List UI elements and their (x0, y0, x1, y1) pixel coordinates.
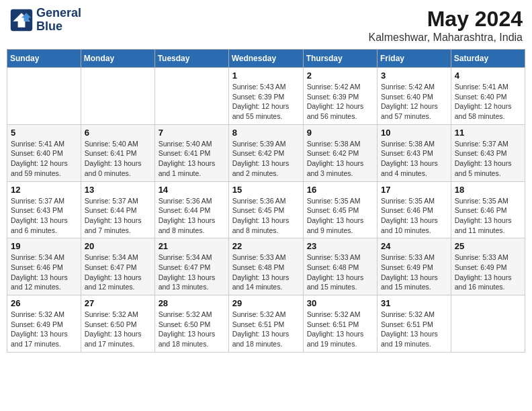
weekday-row: SundayMondayTuesdayWednesdayThursdayFrid… (7, 50, 525, 68)
day-cell: 30Sunrise: 5:32 AM Sunset: 6:51 PM Dayli… (303, 295, 377, 353)
title-block: May 2024 Kalmeshwar, Maharashtra, India (369, 7, 523, 44)
day-info: Sunrise: 5:32 AM Sunset: 6:50 PM Dayligh… (159, 310, 225, 349)
day-number: 19 (11, 241, 77, 251)
weekday-header-saturday: Saturday (451, 50, 525, 68)
day-number: 22 (232, 241, 300, 251)
logo: General Blue (9, 7, 81, 34)
day-cell: 31Sunrise: 5:32 AM Sunset: 6:51 PM Dayli… (378, 295, 451, 353)
day-number: 7 (159, 128, 225, 138)
week-row-2: 5Sunrise: 5:41 AM Sunset: 6:40 PM Daylig… (7, 124, 525, 181)
day-number: 9 (307, 128, 373, 138)
day-cell: 22Sunrise: 5:33 AM Sunset: 6:48 PM Dayli… (228, 238, 303, 295)
day-number: 11 (455, 128, 521, 138)
day-info: Sunrise: 5:33 AM Sunset: 6:49 PM Dayligh… (455, 253, 521, 292)
day-number: 15 (232, 185, 300, 195)
day-info: Sunrise: 5:41 AM Sunset: 6:40 PM Dayligh… (455, 82, 521, 122)
day-number: 3 (381, 71, 447, 81)
day-number: 1 (232, 71, 300, 81)
weekday-header-tuesday: Tuesday (154, 50, 228, 68)
day-cell: 8Sunrise: 5:39 AM Sunset: 6:42 PM Daylig… (228, 124, 303, 181)
day-number: 30 (307, 298, 373, 308)
day-number: 28 (159, 298, 225, 308)
day-info: Sunrise: 5:32 AM Sunset: 6:51 PM Dayligh… (232, 310, 300, 349)
day-cell: 13Sunrise: 5:37 AM Sunset: 6:44 PM Dayli… (81, 181, 154, 238)
day-info: Sunrise: 5:35 AM Sunset: 6:46 PM Dayligh… (455, 196, 521, 236)
day-cell: 24Sunrise: 5:33 AM Sunset: 6:49 PM Dayli… (378, 238, 451, 295)
day-number: 8 (232, 128, 300, 138)
week-row-3: 12Sunrise: 5:37 AM Sunset: 6:43 PM Dayli… (7, 181, 525, 238)
day-info: Sunrise: 5:33 AM Sunset: 6:48 PM Dayligh… (232, 253, 300, 292)
weekday-header-friday: Friday (378, 50, 451, 68)
day-number: 26 (11, 298, 77, 308)
day-cell (154, 68, 228, 125)
day-number: 24 (381, 241, 447, 251)
day-cell: 17Sunrise: 5:35 AM Sunset: 6:46 PM Dayli… (378, 181, 451, 238)
week-row-5: 26Sunrise: 5:32 AM Sunset: 6:49 PM Dayli… (7, 295, 525, 353)
calendar-body: 1Sunrise: 5:43 AM Sunset: 6:39 PM Daylig… (7, 68, 525, 353)
day-cell: 1Sunrise: 5:43 AM Sunset: 6:39 PM Daylig… (228, 68, 303, 125)
day-cell: 21Sunrise: 5:34 AM Sunset: 6:47 PM Dayli… (154, 238, 228, 295)
weekday-header-monday: Monday (81, 50, 154, 68)
day-info: Sunrise: 5:32 AM Sunset: 6:49 PM Dayligh… (11, 310, 77, 349)
day-number: 21 (159, 241, 225, 251)
page-header: General Blue May 2024 Kalmeshwar, Mahara… (7, 7, 525, 44)
day-info: Sunrise: 5:40 AM Sunset: 6:41 PM Dayligh… (85, 139, 151, 179)
day-number: 31 (381, 298, 447, 308)
day-number: 25 (455, 241, 521, 251)
day-number: 6 (85, 128, 151, 138)
day-cell: 4Sunrise: 5:41 AM Sunset: 6:40 PM Daylig… (451, 68, 525, 125)
calendar-header: SundayMondayTuesdayWednesdayThursdayFrid… (7, 50, 525, 68)
day-cell: 26Sunrise: 5:32 AM Sunset: 6:49 PM Dayli… (7, 295, 81, 353)
day-info: Sunrise: 5:40 AM Sunset: 6:41 PM Dayligh… (159, 139, 225, 179)
day-number: 29 (232, 298, 300, 308)
day-info: Sunrise: 5:35 AM Sunset: 6:45 PM Dayligh… (307, 196, 373, 236)
day-cell: 10Sunrise: 5:38 AM Sunset: 6:43 PM Dayli… (378, 124, 451, 181)
calendar-title: May 2024 (369, 7, 523, 32)
day-cell: 25Sunrise: 5:33 AM Sunset: 6:49 PM Dayli… (451, 238, 525, 295)
day-cell: 23Sunrise: 5:33 AM Sunset: 6:48 PM Dayli… (303, 238, 377, 295)
day-cell: 3Sunrise: 5:42 AM Sunset: 6:40 PM Daylig… (378, 68, 451, 125)
day-cell: 14Sunrise: 5:36 AM Sunset: 6:44 PM Dayli… (154, 181, 228, 238)
day-cell: 16Sunrise: 5:35 AM Sunset: 6:45 PM Dayli… (303, 181, 377, 238)
day-info: Sunrise: 5:36 AM Sunset: 6:44 PM Dayligh… (159, 196, 225, 236)
day-info: Sunrise: 5:34 AM Sunset: 6:46 PM Dayligh… (11, 253, 77, 292)
day-cell (451, 295, 525, 353)
day-cell (81, 68, 154, 125)
calendar-table: SundayMondayTuesdayWednesdayThursdayFrid… (7, 49, 525, 353)
logo-text: General Blue (36, 7, 81, 34)
day-cell: 20Sunrise: 5:34 AM Sunset: 6:47 PM Dayli… (81, 238, 154, 295)
day-cell: 12Sunrise: 5:37 AM Sunset: 6:43 PM Dayli… (7, 181, 81, 238)
day-cell: 6Sunrise: 5:40 AM Sunset: 6:41 PM Daylig… (81, 124, 154, 181)
day-info: Sunrise: 5:36 AM Sunset: 6:45 PM Dayligh… (232, 196, 300, 236)
day-info: Sunrise: 5:37 AM Sunset: 6:43 PM Dayligh… (455, 139, 521, 179)
day-info: Sunrise: 5:34 AM Sunset: 6:47 PM Dayligh… (85, 253, 151, 292)
day-number: 27 (85, 298, 151, 308)
day-info: Sunrise: 5:43 AM Sunset: 6:39 PM Dayligh… (232, 82, 300, 122)
day-info: Sunrise: 5:32 AM Sunset: 6:51 PM Dayligh… (381, 310, 447, 349)
logo-icon (9, 8, 34, 32)
day-number: 5 (11, 128, 77, 138)
day-info: Sunrise: 5:42 AM Sunset: 6:39 PM Dayligh… (307, 82, 373, 122)
day-info: Sunrise: 5:37 AM Sunset: 6:44 PM Dayligh… (85, 196, 151, 236)
week-row-4: 19Sunrise: 5:34 AM Sunset: 6:46 PM Dayli… (7, 238, 525, 295)
day-info: Sunrise: 5:33 AM Sunset: 6:49 PM Dayligh… (381, 253, 447, 292)
day-cell: 19Sunrise: 5:34 AM Sunset: 6:46 PM Dayli… (7, 238, 81, 295)
day-info: Sunrise: 5:35 AM Sunset: 6:46 PM Dayligh… (381, 196, 447, 236)
week-row-1: 1Sunrise: 5:43 AM Sunset: 6:39 PM Daylig… (7, 68, 525, 125)
day-number: 10 (381, 128, 447, 138)
calendar-subtitle: Kalmeshwar, Maharashtra, India (369, 32, 523, 44)
day-cell: 29Sunrise: 5:32 AM Sunset: 6:51 PM Dayli… (228, 295, 303, 353)
day-info: Sunrise: 5:38 AM Sunset: 6:43 PM Dayligh… (381, 139, 447, 179)
day-info: Sunrise: 5:38 AM Sunset: 6:42 PM Dayligh… (307, 139, 373, 179)
day-number: 17 (381, 185, 447, 195)
weekday-header-wednesday: Wednesday (228, 50, 303, 68)
day-number: 13 (85, 185, 151, 195)
day-cell (7, 68, 81, 125)
day-info: Sunrise: 5:34 AM Sunset: 6:47 PM Dayligh… (159, 253, 225, 292)
day-number: 18 (455, 185, 521, 195)
day-number: 4 (455, 71, 521, 81)
day-info: Sunrise: 5:39 AM Sunset: 6:42 PM Dayligh… (232, 139, 300, 179)
day-number: 2 (307, 71, 373, 81)
day-info: Sunrise: 5:32 AM Sunset: 6:51 PM Dayligh… (307, 310, 373, 349)
day-number: 16 (307, 185, 373, 195)
